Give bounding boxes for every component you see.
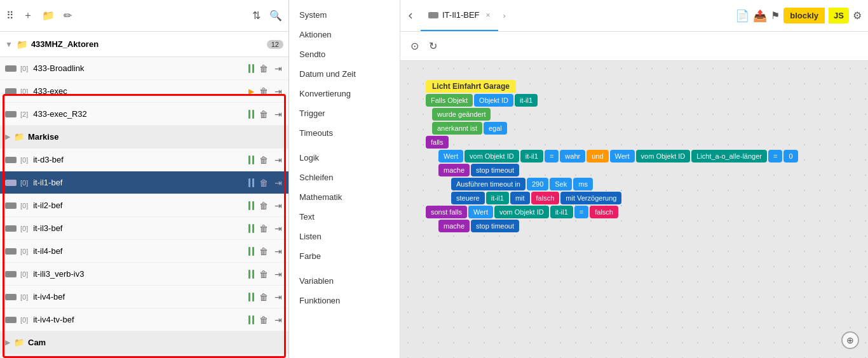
- script-item[interactable]: [0] it-d3-bef 🗑 ⇥: [0, 149, 288, 171]
- script-item[interactable]: [0] it-iv4-bef 🗑 ⇥: [0, 286, 288, 308]
- export-icon[interactable]: ⇥: [273, 314, 283, 326]
- block-eq3[interactable]: =: [574, 206, 588, 218]
- search-icon[interactable]: 🔍: [269, 10, 282, 22]
- category-variablen[interactable]: Variablen: [289, 271, 400, 291]
- export-icon[interactable]: ⇥: [273, 85, 283, 98]
- script-item[interactable]: [0] it-il3-bef 🗑 ⇥: [0, 217, 288, 240]
- active-tab[interactable]: IT-Il1-BEF ×: [421, 0, 498, 31]
- block-zero[interactable]: 0: [783, 150, 797, 162]
- category-sendto[interactable]: Sendto: [289, 44, 400, 64]
- delete-icon[interactable]: 🗑: [258, 245, 269, 258]
- target-icon[interactable]: ⊙: [410, 40, 419, 52]
- block-wert1[interactable]: Wert: [438, 150, 463, 162]
- block-falls-objekt[interactable]: Falls Objekt: [426, 94, 473, 107]
- add-folder-icon[interactable]: 📁: [42, 10, 55, 22]
- block-wert3[interactable]: Wert: [468, 206, 493, 218]
- block-eq2[interactable]: =: [768, 150, 782, 162]
- delete-icon[interactable]: 🗑: [258, 62, 269, 75]
- export-icon[interactable]: ⇥: [273, 291, 283, 303]
- block-id2[interactable]: Licht_a-o_alle-länger: [691, 150, 767, 162]
- block-anerkannt[interactable]: anerkannt ist: [432, 122, 482, 135]
- export-icon[interactable]: ⇥: [273, 62, 283, 75]
- delete-icon[interactable]: 🗑: [258, 154, 269, 166]
- flag-icon[interactable]: ⚑: [771, 10, 780, 22]
- category-aktionen[interactable]: Aktionen: [289, 25, 400, 44]
- block-objekt-id-val[interactable]: it-il1: [515, 94, 538, 107]
- category-konvertierung[interactable]: Konvertierung: [289, 84, 400, 103]
- delete-icon[interactable]: 🗑: [258, 291, 269, 303]
- block-ms[interactable]: ms: [573, 178, 593, 190]
- delete-icon[interactable]: 🗑: [258, 199, 269, 212]
- script-item[interactable]: [0] it-il2-bef 🗑 ⇥: [0, 194, 288, 217]
- category-listen[interactable]: Listen: [289, 227, 400, 246]
- export-icon[interactable]: ⇥: [273, 268, 283, 281]
- expand-tabs-icon[interactable]: ›: [498, 0, 511, 31]
- compass-icon[interactable]: ⊕: [841, 331, 859, 349]
- category-text[interactable]: Text: [289, 207, 400, 227]
- category-mathematik[interactable]: Mathematik: [289, 187, 400, 207]
- script-item-selected[interactable]: [0] it-il1-bef 🗑 ⇥: [0, 171, 288, 194]
- block-id1[interactable]: it-il1: [520, 150, 543, 162]
- gear-button[interactable]: ⚙: [853, 10, 862, 22]
- category-funktionen[interactable]: Funktionen: [289, 291, 400, 310]
- new-file-icon[interactable]: 📄: [735, 9, 749, 23]
- block-stop-timeout[interactable]: stop timeout: [471, 164, 519, 176]
- delete-icon[interactable]: 🗑: [258, 222, 269, 235]
- delete-icon[interactable]: 🗑: [258, 85, 269, 98]
- category-timeouts[interactable]: Timeouts: [289, 123, 400, 143]
- refresh-icon[interactable]: ↻: [429, 40, 437, 52]
- block-steuere-id[interactable]: it-il1: [486, 192, 509, 204]
- delete-icon[interactable]: 🗑: [258, 268, 269, 281]
- folder-collapse-icon[interactable]: ▼: [5, 40, 13, 49]
- script-item[interactable]: [0] it-il4-bef 🗑 ⇥: [0, 240, 288, 263]
- script-item[interactable]: [2] 433-exec_R32 🗑 ⇥: [0, 103, 288, 126]
- block-falsch1[interactable]: falsch: [531, 192, 560, 204]
- export-icon[interactable]: ⇥: [273, 222, 283, 235]
- category-trigger[interactable]: Trigger: [289, 103, 400, 123]
- add-icon[interactable]: ＋: [23, 9, 33, 22]
- block-id3[interactable]: it-il1: [550, 206, 573, 218]
- block-falls[interactable]: falls: [426, 136, 449, 149]
- block-290[interactable]: 290: [527, 178, 548, 190]
- category-schleifen[interactable]: Schleifen: [289, 168, 400, 187]
- block-egal[interactable]: egal: [484, 122, 507, 135]
- edit-icon[interactable]: ✏: [64, 10, 72, 22]
- sub-folder[interactable]: ▶ 📁 Markise: [0, 126, 288, 149]
- export-icon[interactable]: ⇥: [273, 108, 283, 121]
- block-sek[interactable]: Sek: [550, 178, 572, 190]
- script-item[interactable]: [0] 433-exec ▶ 🗑 ⇥: [0, 80, 288, 103]
- export-icon[interactable]: ⇥: [273, 199, 283, 212]
- script-item[interactable]: [0] 433-Broadlink 🗑 ⇥: [0, 57, 288, 80]
- category-logik[interactable]: Logik: [289, 148, 400, 168]
- export-icon[interactable]: 📤: [753, 9, 767, 23]
- script-item[interactable]: [0] it-iv4-tv-bef 🗑 ⇥: [0, 308, 288, 331]
- blockly-button[interactable]: blockly: [783, 8, 825, 23]
- cam-folder[interactable]: ▶ 📁 Cam: [0, 331, 288, 354]
- export-icon[interactable]: ⇥: [273, 154, 283, 166]
- block-ausfuehren[interactable]: Ausführen timeout in: [451, 178, 526, 190]
- block-und[interactable]: und: [587, 150, 608, 162]
- tab-close-icon[interactable]: ×: [486, 11, 491, 20]
- block-wurde-geaendert[interactable]: wurde geändert: [432, 108, 491, 121]
- script-item[interactable]: [0] it-ili3_verb-iv3 🗑 ⇥: [0, 263, 288, 286]
- category-system[interactable]: System: [289, 5, 400, 25]
- category-datum[interactable]: Datum und Zeit: [289, 64, 400, 84]
- category-farbe[interactable]: Farbe: [289, 246, 400, 266]
- folder-header[interactable]: ▼ 📁 433MHZ_Aktoren 12: [0, 32, 288, 57]
- block-wahr[interactable]: wahr: [560, 150, 585, 162]
- block-steuere[interactable]: steuere: [451, 192, 485, 204]
- delete-icon[interactable]: 🗑: [258, 108, 269, 121]
- back-button[interactable]: [400, 0, 421, 31]
- delete-icon[interactable]: 🗑: [258, 314, 269, 326]
- delete-icon[interactable]: 🗑: [258, 176, 269, 189]
- block-eq1[interactable]: =: [545, 150, 559, 162]
- block-falsch2[interactable]: falsch: [590, 206, 618, 218]
- export-icon[interactable]: ⇥: [273, 245, 283, 258]
- js-button[interactable]: JS: [829, 8, 849, 23]
- export-icon[interactable]: ⇥: [273, 176, 283, 189]
- block-area[interactable]: Licht Einfahrt Garage Falls Objekt Objek…: [400, 61, 868, 358]
- block-sonst-falls[interactable]: sonst falls: [426, 206, 467, 218]
- sort-icon[interactable]: ⇅: [252, 10, 261, 22]
- block-wert2[interactable]: Wert: [610, 150, 635, 162]
- block-stop-timeout2[interactable]: stop timeout: [471, 220, 519, 232]
